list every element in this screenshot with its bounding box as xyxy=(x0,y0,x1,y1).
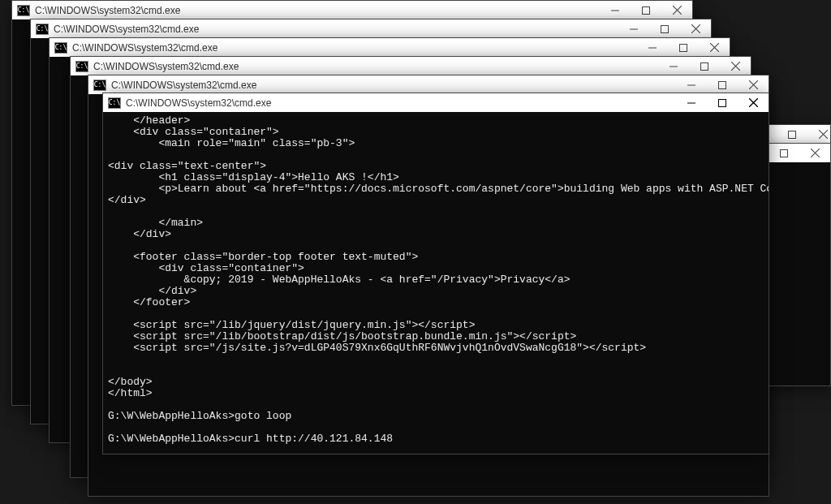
maximize-button[interactable] xyxy=(668,38,699,57)
maximize-button[interactable] xyxy=(631,1,661,19)
svg-rect-5 xyxy=(661,25,669,32)
close-button[interactable] xyxy=(680,19,711,38)
titlebar[interactable]: C:\ C:\WINDOWS\system32\cmd.exe xyxy=(12,1,692,19)
close-button[interactable] xyxy=(738,75,769,94)
close-button[interactable] xyxy=(807,125,831,144)
minimize-button[interactable] xyxy=(676,75,707,94)
terminal-output[interactable]: </header> <div class="container"> <main … xyxy=(103,112,769,454)
close-button[interactable] xyxy=(661,1,692,19)
window-title: C:\WINDOWS\system32\cmd.exe xyxy=(126,97,676,109)
cmd-icon: C:\ xyxy=(75,61,88,72)
window-title: C:\WINDOWS\system32\cmd.exe xyxy=(35,5,600,16)
window-title: C:\WINDOWS\system32\cmd.exe xyxy=(72,42,637,54)
titlebar[interactable]: C:\ C:\WINDOWS\system32\cmd.exe xyxy=(88,75,769,94)
cmd-icon: C:\ xyxy=(108,97,121,109)
titlebar[interactable]: C:\ C:\WINDOWS\system32\cmd.exe xyxy=(50,38,730,57)
terminal-body[interactable] xyxy=(761,162,830,386)
close-button[interactable] xyxy=(738,93,769,112)
cmd-icon: C:\ xyxy=(93,80,106,91)
minimize-button[interactable] xyxy=(676,93,707,112)
close-button[interactable] xyxy=(720,57,751,75)
svg-rect-9 xyxy=(680,44,687,51)
titlebar[interactable]: C:\ C:\WINDOWS\system32\cmd.exe xyxy=(71,57,751,75)
cmd-window[interactable] xyxy=(760,143,831,386)
cmd-icon: C:\ xyxy=(36,24,49,35)
svg-rect-28 xyxy=(719,99,726,106)
close-button[interactable] xyxy=(699,38,730,57)
svg-rect-13 xyxy=(701,62,708,70)
maximize-button[interactable] xyxy=(689,57,720,75)
window-title: C:\WINDOWS\system32\cmd.exe xyxy=(111,80,676,91)
close-button[interactable] xyxy=(799,144,830,162)
minimize-button[interactable] xyxy=(618,19,649,38)
window-title: C:\WINDOWS\system32\cmd.exe xyxy=(93,61,658,72)
maximize-button[interactable] xyxy=(649,19,680,38)
svg-rect-17 xyxy=(719,81,726,88)
window-title: C:\WINDOWS\system32\cmd.exe xyxy=(54,24,618,35)
cmd-window-active[interactable]: C:\ C:\WINDOWS\system32\cmd.exe </header… xyxy=(102,93,769,454)
maximize-button[interactable] xyxy=(777,125,807,144)
titlebar[interactable]: C:\ C:\WINDOWS\system32\cmd.exe xyxy=(31,19,711,38)
maximize-button[interactable] xyxy=(707,93,738,112)
titlebar[interactable]: C:\ C:\WINDOWS\system32\cmd.exe xyxy=(103,93,769,112)
cmd-icon: C:\ xyxy=(54,42,67,54)
svg-rect-24 xyxy=(781,149,788,157)
titlebar[interactable] xyxy=(761,144,830,162)
minimize-button[interactable] xyxy=(637,38,668,57)
minimize-button[interactable] xyxy=(600,1,631,19)
cmd-icon: C:\ xyxy=(17,5,30,16)
minimize-button[interactable] xyxy=(658,57,689,75)
svg-rect-21 xyxy=(789,131,796,138)
svg-rect-1 xyxy=(643,6,650,14)
maximize-button[interactable] xyxy=(707,75,738,94)
maximize-button[interactable] xyxy=(769,144,799,162)
